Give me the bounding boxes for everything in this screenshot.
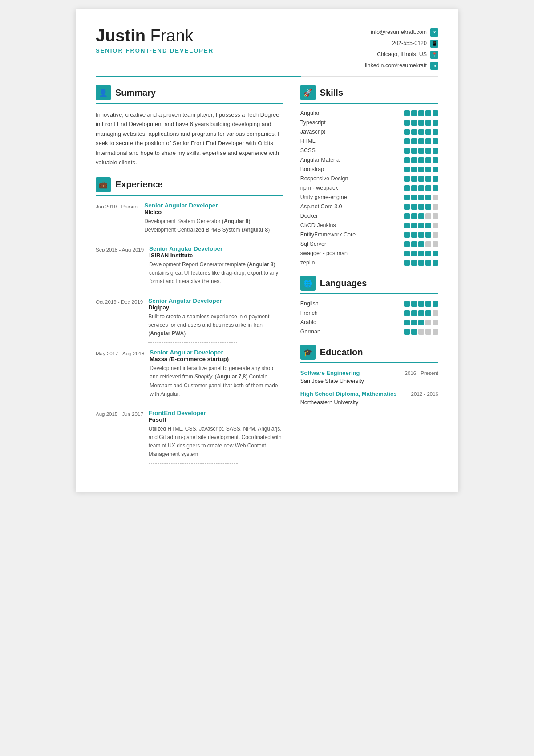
experience-entry: May 2017 - Aug 2018 Senior Angular Devel… bbox=[96, 349, 283, 403]
skill-row: zeplin bbox=[300, 260, 438, 266]
skill-bar bbox=[418, 157, 424, 163]
skill-bar bbox=[418, 241, 424, 247]
exp-company: Maxsa (E-commerce startup) bbox=[150, 356, 282, 362]
skill-bar bbox=[404, 301, 410, 307]
skill-bar bbox=[425, 129, 431, 135]
skill-bar bbox=[433, 223, 438, 228]
skill-bar bbox=[433, 176, 438, 182]
language-row: French bbox=[300, 310, 438, 316]
education-entry: Software Engineering 2016 - Present San … bbox=[300, 370, 438, 384]
skill-bar bbox=[425, 138, 431, 144]
skills-icon: 🚀 bbox=[300, 85, 316, 100]
skill-bar bbox=[404, 320, 410, 325]
skill-bar bbox=[433, 232, 438, 238]
skill-name: EntityFramework Core bbox=[300, 232, 404, 238]
skill-name: Unity game-engine bbox=[300, 194, 404, 200]
exp-divider bbox=[149, 291, 238, 291]
exp-date: Oct 2019 - Dec 2019 bbox=[96, 297, 143, 343]
exp-company: ISIRAN Institute bbox=[149, 252, 283, 259]
skill-bar bbox=[433, 120, 438, 126]
skill-bar bbox=[425, 251, 431, 256]
experience-entries: Jun 2019 - Present Senior Angular Develo… bbox=[96, 202, 283, 464]
exp-divider bbox=[150, 403, 239, 403]
skill-bar bbox=[433, 185, 438, 191]
edu-school: San Jose State University bbox=[300, 378, 438, 384]
skill-bar bbox=[418, 185, 424, 191]
skill-bar bbox=[433, 241, 438, 247]
language-name: English bbox=[300, 301, 404, 307]
skill-bar bbox=[411, 157, 417, 163]
exp-desc: Development Report Generator template (A… bbox=[149, 260, 283, 286]
full-name: Justin Frank bbox=[96, 27, 214, 45]
languages-entries: English French Arabic German bbox=[300, 301, 438, 335]
skill-name: Angular bbox=[300, 110, 404, 116]
skill-row: Angular Material bbox=[300, 157, 438, 163]
left-column: 👤 Summary Innovative, creative and a pro… bbox=[96, 85, 283, 474]
skill-bar bbox=[418, 232, 424, 238]
skill-bar bbox=[425, 185, 431, 191]
exp-date: Sep 2018 - Aug 2019 bbox=[96, 245, 144, 291]
main-content: 👤 Summary Innovative, creative and a pro… bbox=[96, 85, 438, 474]
last-name: Frank bbox=[150, 26, 193, 45]
skill-bar bbox=[411, 213, 417, 219]
skill-bar bbox=[425, 110, 431, 116]
email: info@resumekraft.com bbox=[371, 27, 427, 38]
language-name: German bbox=[300, 329, 404, 335]
exp-company: Digipay bbox=[148, 304, 283, 311]
skill-bar bbox=[425, 232, 431, 238]
skill-bar bbox=[433, 260, 438, 266]
skill-name: Bootstrap bbox=[300, 166, 404, 172]
summary-title: Summary bbox=[115, 88, 156, 98]
language-row: German bbox=[300, 329, 438, 335]
skill-bar bbox=[404, 110, 410, 116]
job-title: SENIOR FRONT-END DEVELOPER bbox=[96, 47, 214, 54]
skill-bar bbox=[425, 167, 431, 172]
skill-bar bbox=[425, 176, 431, 182]
skill-bar bbox=[433, 129, 438, 135]
skill-bar bbox=[418, 138, 424, 144]
summary-header: 👤 Summary bbox=[96, 85, 283, 100]
skill-bar bbox=[411, 310, 417, 316]
skill-bar bbox=[425, 148, 431, 154]
skill-row: Unity game-engine bbox=[300, 194, 438, 200]
skill-bar bbox=[433, 329, 438, 335]
exp-content: Senior Angular Developer Nicico Developm… bbox=[144, 202, 283, 239]
skill-name: Typescript bbox=[300, 119, 404, 126]
skill-bar bbox=[418, 251, 424, 256]
skill-bar bbox=[425, 195, 431, 200]
skill-bar bbox=[425, 260, 431, 266]
skill-bar bbox=[411, 320, 417, 325]
skill-bar bbox=[425, 157, 431, 163]
edu-degree: High School Diploma, Mathematics bbox=[300, 390, 411, 397]
exp-divider bbox=[149, 463, 238, 464]
education-entry: High School Diploma, Mathematics 2012 - … bbox=[300, 390, 438, 405]
skill-bar bbox=[418, 213, 424, 219]
experience-divider bbox=[96, 195, 283, 196]
skill-bar bbox=[433, 110, 438, 116]
language-row: English bbox=[300, 301, 438, 307]
skill-bar bbox=[425, 213, 431, 219]
skill-bar bbox=[411, 251, 417, 256]
skill-bar bbox=[433, 301, 438, 307]
skill-bar bbox=[433, 310, 438, 316]
phone: 202-555-0120 bbox=[392, 38, 427, 49]
exp-company: Nicico bbox=[144, 209, 283, 215]
header-left: Justin Frank SENIOR FRONT-END DEVELOPER bbox=[96, 27, 214, 54]
edu-date: 2016 - Present bbox=[405, 370, 438, 377]
skills-entries: Angular Typescript Javascript HTML SCSS … bbox=[300, 110, 438, 266]
header-divider bbox=[96, 76, 438, 77]
skill-bar bbox=[411, 241, 417, 247]
skill-bar bbox=[404, 310, 410, 316]
skill-bar bbox=[404, 329, 410, 335]
skill-row: Javascript bbox=[300, 129, 438, 135]
languages-header: 🌐 Languages bbox=[300, 276, 438, 291]
skill-row: Typescript bbox=[300, 119, 438, 126]
skill-bar bbox=[418, 329, 424, 335]
skill-bar bbox=[418, 260, 424, 266]
skill-bar bbox=[404, 232, 410, 238]
summary-text: Innovative, creative and a proven team p… bbox=[96, 110, 283, 167]
exp-role: FrontEnd Developer bbox=[149, 410, 283, 416]
first-name: Justin bbox=[96, 26, 146, 45]
experience-title: Experience bbox=[115, 179, 163, 190]
summary-icon: 👤 bbox=[96, 85, 111, 100]
